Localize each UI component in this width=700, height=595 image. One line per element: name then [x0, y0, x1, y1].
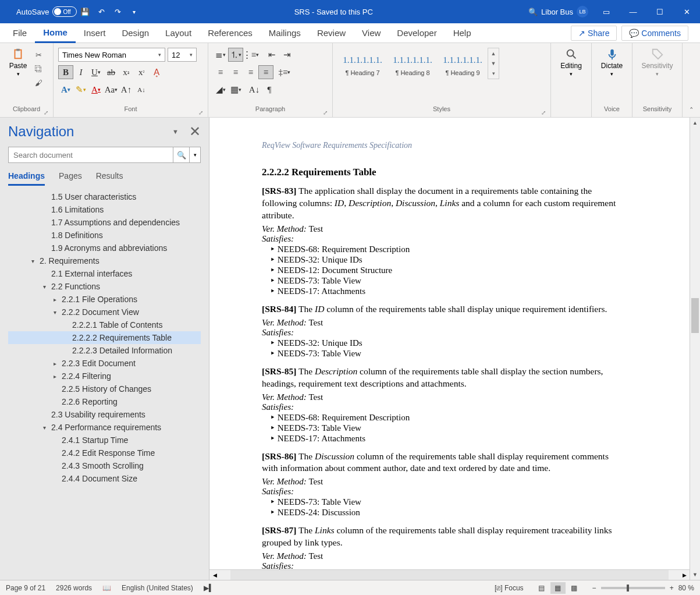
user-avatar[interactable]: LB	[577, 6, 588, 17]
sort-button[interactable]: A↓	[247, 83, 262, 97]
tree-item[interactable]: ▾2.2 Functions	[8, 280, 201, 293]
copy-icon[interactable]: ⿻	[33, 63, 44, 75]
document-canvas[interactable]: ReqView Software Requirements Specificat…	[209, 118, 690, 569]
nav-tab-results[interactable]: Results	[96, 171, 123, 186]
tree-item[interactable]: 2.4.3 Smooth Scrolling	[8, 459, 201, 472]
qat-more-icon[interactable]: ▾	[126, 0, 142, 23]
expand-icon[interactable]: ▸	[51, 373, 58, 380]
tree-item[interactable]: ▾2.4 Performance requirements	[8, 421, 201, 434]
nav-tab-pages[interactable]: Pages	[59, 171, 82, 186]
highlight-button[interactable]: ✎▾	[73, 83, 88, 97]
underline-button[interactable]: U▾	[88, 65, 104, 79]
expand-icon[interactable]: ▸	[51, 360, 58, 367]
borders-button[interactable]: ▦▾	[228, 83, 243, 97]
tree-item[interactable]: 2.4.1 Startup Time	[8, 434, 201, 447]
search-button[interactable]: 🔍	[173, 147, 189, 163]
search-icon[interactable]: 🔍	[525, 0, 541, 23]
tree-item[interactable]: ▾2.2.2 Document View	[8, 306, 201, 318]
tab-review[interactable]: Review	[309, 23, 354, 43]
tab-help[interactable]: Help	[445, 23, 479, 43]
bullets-button[interactable]: ≣▾	[213, 48, 228, 62]
tree-item[interactable]: 1.7 Assumptions and dependencies	[8, 216, 201, 229]
subscript-button[interactable]: x₂	[119, 65, 134, 79]
close-icon[interactable]: ✕	[673, 0, 700, 23]
tree-item[interactable]: 1.9 Acronyms and abbreviations	[8, 242, 201, 254]
tree-item[interactable]: 2.2.2.2 Requirements Table	[8, 331, 201, 344]
sensitivity-button[interactable]: Sensitivity▾	[644, 45, 671, 77]
tab-file[interactable]: File	[5, 23, 35, 43]
italic-button[interactable]: I	[73, 65, 88, 79]
tree-item[interactable]: 2.4.4 Document Size	[8, 472, 201, 485]
tree-item[interactable]: 2.1 External interfaces	[8, 267, 201, 280]
vertical-scrollbar[interactable]: ▲ ▼	[690, 118, 700, 580]
minimize-icon[interactable]: —	[620, 0, 646, 23]
maximize-icon[interactable]: ☐	[646, 0, 673, 23]
bold-button[interactable]: B	[58, 65, 73, 79]
font-size-combo[interactable]: 12▾	[168, 48, 197, 62]
styles-scroll[interactable]: ▲▼▾	[488, 48, 499, 79]
cut-icon[interactable]: ✂	[33, 49, 44, 61]
tree-item[interactable]: 2.2.2.3 Detailed Information	[8, 344, 201, 357]
comments-button[interactable]: 💬 Comments	[621, 26, 688, 41]
shading-button[interactable]: ◢▾	[213, 83, 228, 97]
zoom-out-icon[interactable]: −	[592, 584, 596, 592]
nav-close-icon[interactable]: ✕	[189, 123, 201, 140]
read-mode-icon[interactable]: ▤	[534, 582, 549, 594]
expand-icon[interactable]: ▾	[51, 309, 58, 316]
save-icon[interactable]: 💾	[77, 0, 93, 23]
spellcheck-icon[interactable]: 📖	[102, 584, 111, 592]
collapse-ribbon-icon[interactable]: ˄	[683, 43, 700, 117]
print-layout-icon[interactable]: ▦	[550, 582, 566, 594]
decrease-indent-button[interactable]: ⇤	[264, 48, 279, 62]
superscript-button[interactable]: x²	[134, 65, 149, 79]
macro-icon[interactable]: ▶▍	[204, 584, 214, 592]
status-words[interactable]: 2926 words	[56, 584, 92, 592]
tree-item[interactable]: ▸2.2.1 File Operations	[8, 293, 201, 306]
change-case-button[interactable]: Aa▾	[104, 83, 119, 97]
justify-button[interactable]: ≡	[258, 65, 273, 79]
status-page[interactable]: Page 9 of 21	[6, 584, 45, 592]
launcher-icon[interactable]: ⤢	[198, 109, 203, 116]
tree-item[interactable]: 1.5 User characteristics	[8, 190, 201, 203]
strikethrough-button[interactable]: ab	[104, 65, 119, 79]
zoom-level[interactable]: 80 %	[678, 584, 694, 592]
increase-indent-button[interactable]: ⇥	[279, 48, 294, 62]
align-left-button[interactable]: ≡	[213, 65, 228, 79]
nav-menu-icon[interactable]: ▼	[172, 128, 179, 135]
style-tile[interactable]: 1.1.1.1.1.1.¶ Heading 8	[388, 48, 438, 79]
zoom-in-icon[interactable]: +	[670, 584, 674, 592]
style-tile[interactable]: 1.1.1.1.1.1.¶ Heading 9	[438, 48, 488, 79]
tree-item[interactable]: ▸2.2.4 Filtering	[8, 370, 201, 382]
tab-developer[interactable]: Developer	[389, 23, 445, 43]
expand-icon[interactable]: ▾	[41, 424, 48, 431]
tree-item[interactable]: 1.6 Limitations	[8, 203, 201, 216]
tree-item[interactable]: 2.2.6 Reporting	[8, 395, 201, 408]
tree-item[interactable]: 2.2.2.1 Table of Contents	[8, 318, 201, 331]
tab-insert[interactable]: Insert	[76, 23, 114, 43]
autosave-toggle[interactable]: Off	[52, 6, 77, 17]
multilevel-button[interactable]: ⋮≡▾	[243, 48, 258, 62]
tab-mailings[interactable]: Mailings	[261, 23, 309, 43]
web-layout-icon[interactable]: ▩	[567, 582, 582, 594]
zoom-slider[interactable]	[601, 587, 665, 589]
paste-button[interactable]: Paste ▾	[5, 45, 31, 77]
grow-font-button[interactable]: A↑	[119, 83, 134, 97]
user-name[interactable]: Libor Bus	[541, 8, 573, 16]
tab-home[interactable]: Home	[35, 23, 76, 43]
show-marks-button[interactable]: ¶	[262, 83, 277, 97]
zoom-control[interactable]: − + 80 %	[592, 584, 694, 592]
tab-design[interactable]: Design	[113, 23, 157, 43]
tree-item[interactable]: 2.2.5 History of Changes	[8, 382, 201, 395]
dictate-button[interactable]: Dictate▾	[599, 45, 626, 77]
format-painter-icon[interactable]: 🖌	[33, 77, 44, 88]
ribbon-display-icon[interactable]: ▭	[593, 0, 620, 23]
expand-icon[interactable]: ▾	[41, 284, 48, 290]
font-family-combo[interactable]: Times New Roman▾	[58, 48, 165, 62]
tree-item[interactable]: 1.8 Definitions	[8, 229, 201, 242]
tab-references[interactable]: References	[200, 23, 261, 43]
tree-item[interactable]: ▾2. Requirements	[8, 254, 201, 267]
redo-icon[interactable]: ↷	[109, 0, 126, 23]
nav-tab-headings[interactable]: Headings	[8, 171, 45, 186]
align-center-button[interactable]: ≡	[228, 65, 243, 79]
align-right-button[interactable]: ≡	[243, 65, 258, 79]
